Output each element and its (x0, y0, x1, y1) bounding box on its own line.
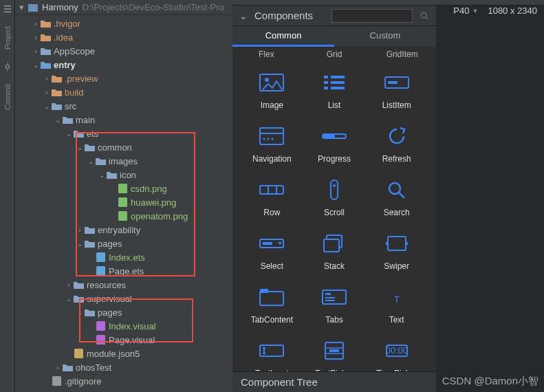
component-search[interactable]: Search (365, 179, 428, 217)
folder-icon (62, 114, 73, 125)
tree-folder[interactable]: ⌄images (15, 154, 232, 168)
component-tabcontent[interactable]: TabContent (241, 286, 303, 325)
svg-rect-22 (260, 128, 283, 144)
svg-rect-33 (263, 242, 272, 245)
component-label: List (328, 100, 341, 110)
tree-file[interactable]: openatom.png (15, 209, 232, 223)
component-textinput[interactable]: TextInput (241, 340, 303, 371)
progress-icon (321, 125, 347, 147)
component-tree-header[interactable]: Component Tree (232, 371, 436, 392)
component-label: TabContent (251, 315, 293, 325)
chevron-icon: › (32, 47, 40, 55)
tab-common[interactable]: Common (232, 26, 334, 47)
tree-file[interactable]: Page.ets (15, 264, 232, 278)
tree-folder[interactable]: ⌄main (15, 113, 232, 127)
tab-custom[interactable]: Custom (334, 26, 436, 47)
component-label: Text (389, 315, 404, 325)
chevron-down-icon[interactable]: ▾ (19, 2, 24, 12)
tree-folder[interactable]: ›ohosTest (15, 360, 232, 374)
component-select[interactable]: Select (241, 232, 303, 271)
svg-rect-4 (118, 211, 127, 221)
sublabel[interactable]: Grid (301, 50, 368, 59)
project-name[interactable]: Harmony (42, 2, 78, 12)
tree-folder[interactable]: ⌄entry (15, 58, 232, 72)
tree-folder[interactable]: ⌄ets (15, 127, 232, 140)
svg-point-0 (6, 65, 9, 69)
sublabel[interactable]: Flex (232, 50, 300, 59)
tree-folder[interactable]: ›.hvigor (15, 17, 232, 30)
rail-commit[interactable]: Commit (3, 84, 12, 110)
side-rail: Project Commit (0, 0, 15, 392)
svg-rect-29 (331, 180, 338, 199)
component-image[interactable]: Image (241, 72, 303, 110)
tree-folder[interactable]: ⌄pages (15, 237, 232, 250)
component-navigation[interactable]: Navigation (241, 125, 303, 164)
tree-folder[interactable]: ⌄icon (15, 168, 232, 182)
tree-file[interactable]: .gitignore (15, 374, 232, 388)
resolution-label: 1080 x 2340 (488, 6, 537, 16)
svg-rect-38 (260, 289, 268, 293)
tree-folder[interactable]: ⌄pages (15, 305, 232, 319)
svg-rect-10 (52, 376, 61, 386)
tree-folder[interactable]: ›build (15, 85, 232, 99)
scroll-icon (321, 179, 347, 201)
component-tabs[interactable]: Tabs (303, 286, 366, 325)
components-scroll[interactable]: ImageListListItemNavigationProgressRefre… (232, 59, 436, 371)
tree-folder[interactable]: ›.idea (15, 30, 232, 44)
tree-file[interactable]: csdn.png (15, 182, 232, 195)
chevron-icon: › (43, 89, 51, 96)
tree-label: ohosTest (76, 362, 111, 373)
search-icon[interactable] (420, 11, 429, 21)
tree-file[interactable]: Index.ets (15, 250, 232, 264)
component-stack[interactable]: Stack (303, 232, 366, 271)
component-label: ListItem (382, 100, 411, 110)
component-row[interactable]: Row (241, 179, 303, 217)
listitem-icon (384, 72, 410, 94)
tree-file[interactable]: Page.visual (15, 333, 232, 347)
chevron-down-icon[interactable]: ⌄ (239, 10, 248, 21)
device-picker[interactable]: P40▼ (453, 6, 478, 16)
rail-project[interactable]: Project (3, 26, 12, 50)
chevron-icon: › (43, 75, 51, 83)
component-progress[interactable]: Progress (303, 125, 366, 164)
commit-icon[interactable] (3, 62, 12, 72)
tree-folder[interactable]: ⌄src (15, 99, 232, 113)
tree-label: ets (87, 129, 98, 139)
tree-file[interactable]: Index.visual (15, 319, 232, 333)
sublabel[interactable]: GridItem (369, 50, 436, 59)
svg-rect-37 (260, 292, 283, 305)
ets-icon (95, 265, 106, 276)
svg-point-13 (265, 78, 269, 82)
tree-folder[interactable]: ›entryability (15, 223, 232, 237)
folder-o-icon (51, 73, 62, 84)
svg-rect-6 (96, 266, 105, 276)
tree-folder[interactable]: ⌄supervisual (15, 292, 232, 305)
component-scroll[interactable]: Scroll (303, 179, 366, 217)
tree-folder[interactable]: ⌄common (15, 140, 232, 154)
tree-folder[interactable]: ›AppScope (15, 44, 232, 58)
chevron-icon: › (32, 20, 40, 28)
search-input[interactable] (331, 9, 413, 23)
component-text[interactable]: TText (365, 286, 428, 325)
component-refresh[interactable]: Refresh (365, 125, 428, 164)
component-textpicker[interactable]: TextPicker (303, 340, 366, 371)
chevron-down-icon: ▼ (472, 8, 479, 14)
tree-label: build (65, 87, 83, 98)
component-timepicker[interactable]: 00:00TimePicker (365, 340, 428, 371)
component-list[interactable]: List (303, 72, 366, 110)
tree-label: pages (98, 239, 122, 249)
tree-file[interactable]: huawei.png (15, 195, 232, 209)
tree-label: supervisual (87, 294, 132, 304)
collapse-icon[interactable] (3, 4, 12, 14)
chevron-icon: ⌄ (76, 144, 84, 151)
chevron-icon: › (76, 226, 84, 234)
tree-folder[interactable]: ›resources (15, 278, 232, 292)
component-label: Stack (324, 261, 345, 271)
img-icon (117, 183, 128, 194)
component-listitem[interactable]: ListItem (365, 72, 428, 110)
timepicker-icon: 00:00 (384, 340, 410, 362)
tree-file[interactable]: module.json5 (15, 347, 232, 360)
tree-folder[interactable]: ›.preview (15, 72, 232, 85)
component-swiper[interactable]: Swiper (365, 232, 428, 271)
svg-rect-36 (388, 237, 406, 250)
